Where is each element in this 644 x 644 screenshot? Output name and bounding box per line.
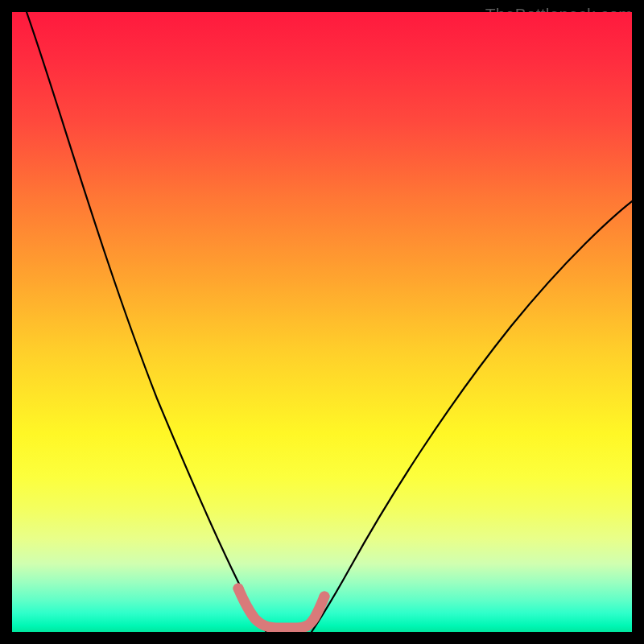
chart-container: TheBottleneck.com (0, 0, 644, 644)
curves-layer (12, 12, 632, 632)
valley-dot-left (233, 584, 244, 594)
valley-highlight (238, 588, 324, 628)
plot-area (12, 12, 632, 632)
valley-dot-right (320, 592, 330, 602)
right-curve (312, 201, 632, 632)
left-curve (27, 12, 266, 632)
